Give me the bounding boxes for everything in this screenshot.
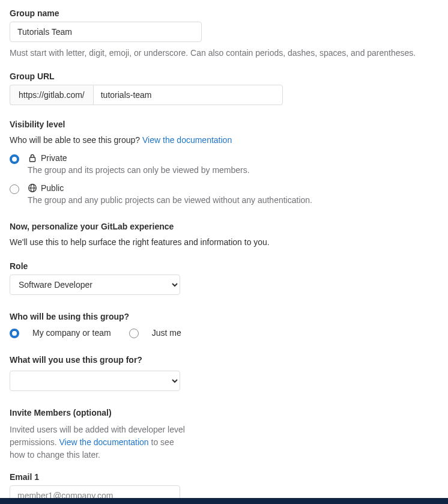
group-url-prefix: https://gitlab.com/ [10, 85, 93, 105]
use-for-select[interactable] [10, 371, 180, 391]
visibility-question-text: Who will be able to see this group? [10, 135, 142, 145]
who-justme-label: Just me [152, 328, 181, 338]
who-using-label: Who will be using this group? [10, 312, 438, 321]
visibility-public-desc: The group and any public projects can be… [28, 195, 438, 205]
who-company-radio[interactable] [10, 329, 19, 338]
visibility-private-radio[interactable] [10, 154, 19, 164]
who-company-label: My company or team [32, 328, 111, 338]
lock-icon [28, 153, 37, 163]
invite-hint: Invited users will be added with develop… [10, 424, 190, 461]
svg-rect-0 [30, 157, 35, 162]
visibility-question: Who will be able to see this group? View… [10, 135, 438, 145]
email-1-label: Email 1 [10, 472, 438, 482]
globe-icon [28, 183, 37, 193]
group-name-input[interactable] [10, 22, 202, 42]
group-name-hint: Must start with letter, digit, emoji, or… [10, 47, 438, 59]
personalize-sub: We'll use this to help surface the right… [10, 237, 438, 247]
visibility-private-title: Private [41, 153, 67, 163]
visibility-private-desc: The group and its projects can only be v… [28, 165, 438, 175]
visibility-public-radio[interactable] [10, 184, 19, 194]
use-for-label: What will you use this group for? [10, 355, 438, 365]
group-name-label: Group name [10, 8, 438, 18]
group-url-label: Group URL [10, 71, 438, 81]
personalize-heading: Now, personalize your GitLab experience [10, 222, 438, 231]
role-label: Role [10, 261, 438, 271]
taskbar [0, 498, 448, 504]
visibility-heading: Visibility level [10, 120, 438, 129]
role-select[interactable]: Software Developer [10, 275, 180, 295]
visibility-doc-link[interactable]: View the documentation [142, 135, 232, 145]
invite-heading: Invite Members (optional) [10, 408, 438, 417]
group-url-input[interactable] [93, 85, 283, 105]
who-justme-radio[interactable] [129, 329, 139, 338]
visibility-public-title: Public [41, 183, 64, 193]
invite-doc-link[interactable]: View the documentation [59, 437, 148, 447]
